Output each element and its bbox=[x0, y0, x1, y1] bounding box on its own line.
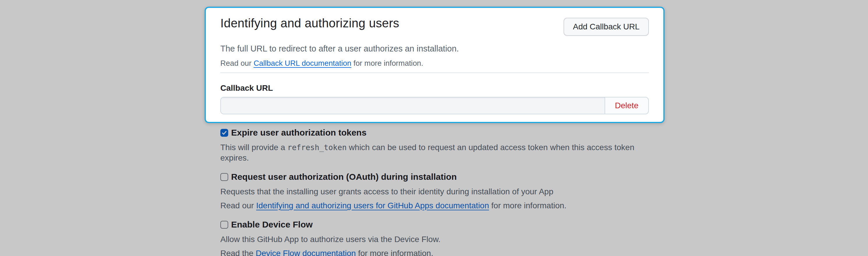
oauth-during-install-note: Read our Identifying and authorizing use… bbox=[220, 200, 664, 211]
device-flow-checkbox[interactable] bbox=[220, 221, 228, 229]
oauth-during-install-description: Requests that the installing user grants… bbox=[220, 187, 664, 197]
check-icon bbox=[221, 130, 227, 135]
expire-tokens-label: Expire user authorization tokens bbox=[231, 128, 367, 137]
identifying-authorizing-users-doc-link[interactable]: Identifying and authorizing users for Gi… bbox=[256, 201, 489, 210]
expire-tokens-checkbox[interactable] bbox=[220, 129, 228, 137]
callback-url-doc-link[interactable]: Callback URL documentation bbox=[253, 59, 351, 67]
note-text-suffix: for more information. bbox=[351, 59, 423, 67]
oauth-during-install-checkbox[interactable] bbox=[220, 173, 228, 181]
device-flow-doc-link[interactable]: Device Flow documentation bbox=[255, 249, 356, 256]
card-title: Identifying and authorizing users bbox=[220, 15, 399, 31]
desc-text-before: This will provide a bbox=[220, 143, 287, 152]
oauth-during-install-label: Request user authorization (OAuth) durin… bbox=[231, 172, 457, 182]
note-text-prefix: Read our bbox=[220, 59, 253, 67]
add-callback-url-button[interactable]: Add Callback URL bbox=[563, 18, 649, 36]
settings-content: Identifying and authorizing users Add Ca… bbox=[205, 7, 664, 256]
refresh-token-code: refresh_token bbox=[287, 143, 347, 152]
option-oauth-during-install: Request user authorization (OAuth) durin… bbox=[220, 172, 664, 211]
option-expire-tokens: Expire user authorization tokens This wi… bbox=[220, 128, 664, 163]
note-text-suffix: for more information. bbox=[356, 249, 433, 256]
card-header: Identifying and authorizing users Add Ca… bbox=[220, 15, 649, 36]
callback-url-input[interactable] bbox=[221, 97, 604, 114]
card-note: Read our Callback URL documentation for … bbox=[220, 58, 649, 68]
option-device-flow: Enable Device Flow Allow this GitHub App… bbox=[220, 220, 664, 256]
note-text-prefix: Read our bbox=[220, 201, 256, 210]
note-text-prefix: Read the bbox=[220, 249, 255, 256]
expire-tokens-row[interactable]: Expire user authorization tokens bbox=[220, 128, 664, 137]
device-flow-row[interactable]: Enable Device Flow bbox=[220, 220, 664, 229]
oauth-during-install-row[interactable]: Request user authorization (OAuth) durin… bbox=[220, 172, 664, 182]
authorization-options: Expire user authorization tokens This wi… bbox=[205, 128, 664, 256]
callback-url-input-group: Delete bbox=[220, 97, 649, 114]
delete-callback-url-button[interactable]: Delete bbox=[604, 97, 648, 114]
device-flow-note: Read the Device Flow documentation for m… bbox=[220, 248, 664, 256]
callback-url-card: Identifying and authorizing users Add Ca… bbox=[205, 7, 664, 123]
device-flow-description: Allow this GitHub App to authorize users… bbox=[220, 234, 664, 245]
device-flow-label: Enable Device Flow bbox=[231, 220, 313, 229]
expire-tokens-description: This will provide a refresh_token which … bbox=[220, 142, 664, 163]
note-text-suffix: for more information. bbox=[489, 201, 566, 210]
card-description: The full URL to redirect to after a user… bbox=[220, 43, 649, 55]
callback-url-label: Callback URL bbox=[220, 83, 649, 93]
divider bbox=[220, 72, 649, 73]
